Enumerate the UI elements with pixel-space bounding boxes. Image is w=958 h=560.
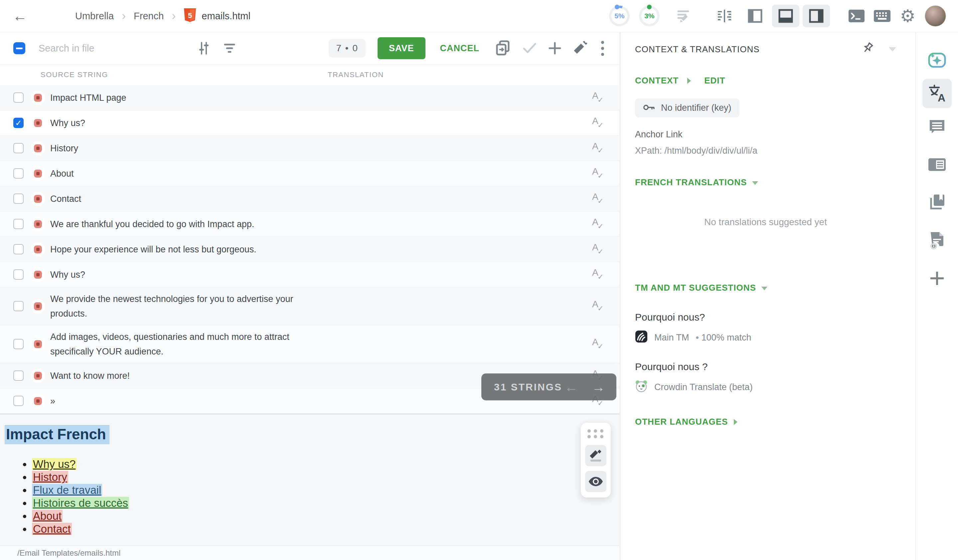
suggestion-source: Crowdin Translate (beta) [654,382,753,392]
quick-translate-icon[interactable] [592,116,605,130]
pin-icon[interactable] [862,42,874,56]
kebab-menu-icon[interactable] [601,41,604,56]
file-path-bar: /Email Templates/emails.html [0,545,619,560]
back-icon[interactable] [13,8,27,24]
row-checkbox[interactable] [13,168,24,179]
keyboard-icon[interactable] [874,10,890,22]
quick-translate-icon[interactable] [592,166,605,181]
context-section-label[interactable]: CONTEXT [635,76,679,86]
next-page-icon[interactable] [592,380,605,394]
quick-translate-icon[interactable] [592,217,605,231]
bottom-panel-view-icon[interactable] [772,5,799,27]
draft-edit-icon[interactable] [677,9,692,23]
identifier-text: No identifier (key) [661,103,731,113]
row-checkbox[interactable] [13,269,24,280]
untranslated-status-icon [31,192,45,206]
row-checkbox[interactable] [13,301,24,311]
breadcrumb-file[interactable]: 5 emails.html [184,8,251,24]
quick-translate-icon[interactable] [592,191,605,206]
translation-progress-ring[interactable]: 5% [609,6,630,26]
left-panel-view-icon[interactable] [741,5,769,27]
filter-icon[interactable] [223,41,236,55]
string-row[interactable]: We are thankful you decided to go with I… [0,212,619,237]
row-checkbox[interactable] [13,118,24,128]
row-checkbox[interactable] [13,370,24,381]
translations-section-header[interactable]: FRENCH TRANSLATIONS [635,177,896,188]
menu-icon[interactable] [41,10,55,22]
translation-editor: Umbrella French 5 emails.html 5% 3% [0,0,958,560]
string-row[interactable]: We provide the newest technologies for y… [0,287,619,325]
file-info-icon[interactable] [922,226,952,255]
mt-suggestion[interactable]: Pourquoi nous ? Crowdin Translate (beta) [635,361,896,395]
console-icon[interactable] [849,9,864,22]
source-string-text: » [50,394,55,408]
edit-context-button[interactable]: EDIT [704,76,725,86]
duplicate-icon[interactable] [495,40,511,56]
quick-translate-icon[interactable] [592,267,605,282]
untranslated-status-icon [31,268,45,282]
tm-suggestion[interactable]: Pourquoi nous? Main TM 100% match [635,312,896,345]
quick-translate-icon[interactable] [592,337,605,351]
search-input[interactable] [39,43,185,54]
edit-preview-button[interactable] [585,445,606,466]
comments-icon[interactable] [922,112,952,141]
gear-icon[interactable] [900,7,915,25]
plus-icon[interactable] [549,42,561,55]
tune-filter-icon[interactable] [197,41,211,55]
preview-toolbox [581,423,611,497]
chevron-down-icon[interactable] [889,47,896,52]
string-row[interactable]: About [0,161,619,186]
string-row[interactable]: Impact HTML page [0,85,619,111]
other-languages-section[interactable]: OTHER LANGUAGES [635,417,896,427]
breadcrumb-project[interactable]: Umbrella [75,11,114,22]
quick-translate-icon[interactable] [592,141,605,156]
preview-link[interactable]: Contact [32,523,72,535]
add-panel-icon[interactable] [922,264,952,293]
drag-handle-icon[interactable] [587,427,604,440]
translate-icon[interactable]: A [922,79,952,108]
quick-translate-icon[interactable] [592,299,605,313]
quick-translate-icon[interactable] [592,242,605,257]
preview-link[interactable]: About [32,510,62,522]
suggestions-section-header[interactable]: TM AND MT SUGGESTIONS [635,283,896,293]
string-row-selected[interactable]: Why us? [0,111,619,136]
select-all-checkbox[interactable] [13,42,25,54]
save-button[interactable]: SAVE [377,37,425,59]
row-checkbox[interactable] [13,396,24,406]
row-checkbox[interactable] [13,339,24,349]
arrow-right-icon [687,78,691,84]
quick-translate-icon[interactable] [592,90,605,105]
pencil-icon[interactable] [573,41,587,55]
approve-check-icon[interactable] [523,42,536,54]
untranslated-status-icon [31,337,45,351]
approval-progress-ring[interactable]: 3% [639,6,660,26]
untranslated-status-icon [31,242,45,256]
preview-link[interactable]: Histoires de succès [32,497,129,509]
right-panel-view-icon[interactable] [803,5,830,27]
row-checkbox[interactable] [13,92,24,103]
svg-text:A: A [938,92,945,103]
preview-link[interactable]: History [32,471,68,483]
context-card-icon[interactable] [922,150,952,179]
untranslated-status-icon [31,167,45,180]
breadcrumb-language[interactable]: French [134,11,163,22]
cancel-button[interactable]: CANCEL [440,43,480,54]
row-checkbox[interactable] [13,143,24,153]
string-row[interactable]: Add images, videos, questionaries and mu… [0,325,619,363]
user-avatar[interactable] [925,5,946,27]
string-row[interactable]: Hope your experience will be not less bu… [0,237,619,262]
eye-icon[interactable] [585,471,606,492]
glossary-icon[interactable] [922,188,952,217]
preview-link[interactable]: Why us? [32,458,76,470]
string-row[interactable]: Contact [0,186,619,212]
row-checkbox[interactable] [13,244,24,255]
ai-assistant-icon[interactable] [922,46,952,75]
string-row[interactable]: Why us? [0,262,619,287]
row-checkbox[interactable] [13,219,24,229]
row-checkbox[interactable] [13,193,24,204]
previous-page-icon[interactable] [565,380,578,394]
string-row[interactable]: History [0,136,619,161]
preview-link[interactable]: Flux de travail [32,484,102,496]
source-string-text: We provide the newest technologies for y… [50,292,306,321]
side-by-side-view-icon[interactable] [711,5,738,27]
